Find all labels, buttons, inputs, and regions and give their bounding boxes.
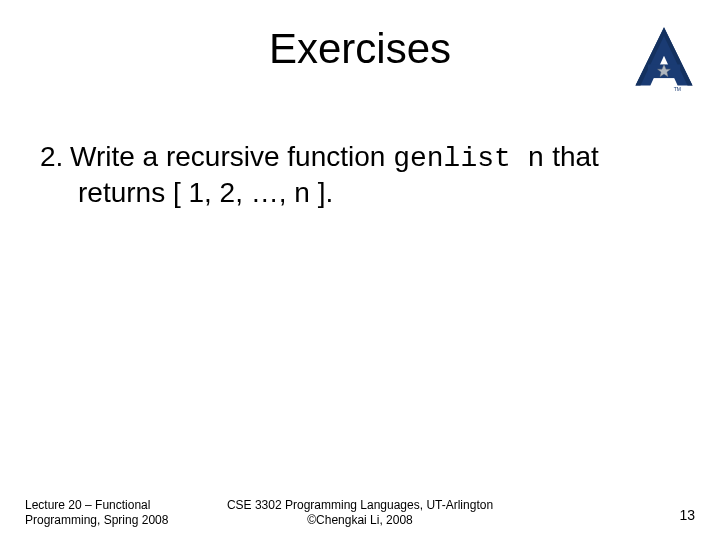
exercise-mid: that [544, 141, 598, 172]
exercise-text: 2.Write a recursive function genlist n t… [40, 140, 695, 209]
exercise-line2: returns [ 1, 2, …, n ]. [40, 176, 695, 210]
footer-center-line2: ©Chengkai Li, 2008 [0, 513, 720, 527]
page-number: 13 [679, 507, 695, 523]
slide: Exercises TM 2.Write a recursive functio… [0, 0, 720, 540]
footer-center-line1: CSE 3302 Programming Languages, UT-Arlin… [0, 498, 720, 512]
footer-center: CSE 3302 Programming Languages, UT-Arlin… [0, 498, 720, 527]
slide-title: Exercises [0, 25, 720, 73]
exercise-number: 2. [40, 140, 70, 174]
exercise-code: genlist n [393, 143, 544, 174]
trademark-text: TM [674, 86, 681, 92]
uta-logo-icon: TM [633, 26, 695, 88]
exercise-prefix: Write a recursive function [70, 141, 393, 172]
